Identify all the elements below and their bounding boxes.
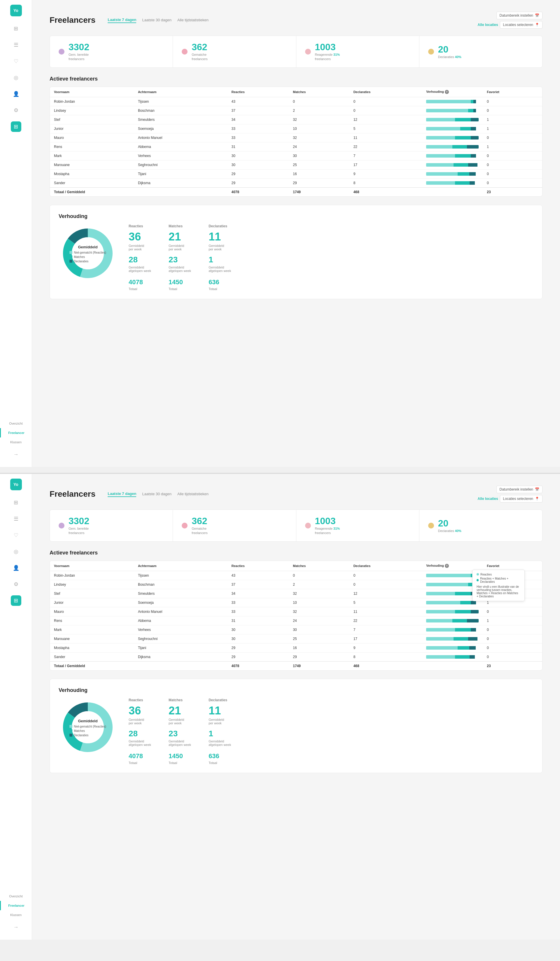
logo[interactable]: Yo (10, 5, 22, 16)
cell-voornaam: Mostapha (50, 643, 134, 652)
sidebar-nav: Overzicht Freelancer Klussen (0, 419, 32, 447)
filter-tab-all-2[interactable]: Alle tijdstatistieken (177, 492, 209, 497)
cell-declaraties: 9 (350, 643, 422, 652)
verhouding-title: Verhouding (59, 213, 533, 219)
table-row[interactable]: Robin-Jordan Tijssen 43 0 0 0 (50, 571, 542, 580)
stat-number-3: 1003 (315, 42, 340, 53)
stat-big-matches: 21 (168, 231, 191, 242)
sidebar-icon-settings-2[interactable]: ⚙ (11, 579, 21, 590)
stat-label-2-1: Gem. bereiktefreelancers (69, 527, 89, 535)
table-row[interactable]: Sander Dijksma 29 29 8 0 (50, 178, 542, 187)
total-favoriet: 23 (483, 187, 542, 196)
sidebar-icon-heart-2[interactable]: ♡ (11, 530, 21, 540)
sidebar-icon-circle-2[interactable]: ◎ (11, 546, 21, 557)
sidebar-logout-2[interactable]: → (13, 919, 19, 935)
stats-row: 3302 Gem. bereiktefreelancers 362 Gematc… (50, 35, 542, 68)
sidebar-logout[interactable]: → (13, 447, 19, 462)
sidebar-icon-user[interactable]: 👤 (11, 89, 21, 99)
total-declaraties-2: 468 (350, 661, 422, 670)
stat-dot-4 (428, 49, 434, 55)
cell-bar (422, 607, 483, 616)
sidebar-item-klussen-2[interactable]: Klussen (0, 910, 32, 919)
filter-tab-7days-2[interactable]: Laatste 7 dagen (108, 492, 136, 497)
filter-tab-7days[interactable]: Laatste 7 dagen (108, 18, 136, 23)
sidebar-icon-home[interactable]: ⊞ (11, 23, 21, 34)
stat-total-reacties-label-2: Totaal (128, 761, 151, 765)
legend-items-2: Niet-gematcht (Reacties) Matches Declara… (69, 725, 106, 737)
sidebar-icon-user-2[interactable]: 👤 (11, 562, 21, 573)
verhouding-help-icon[interactable]: ? (445, 90, 449, 94)
date-range-button[interactable]: Datumbereik instellen 📅 (496, 12, 542, 19)
sidebar-icon-settings[interactable]: ⚙ (11, 105, 21, 116)
verhouding-section: Verhouding Gemiddeld (50, 205, 542, 299)
sidebar-icon-list-2[interactable]: ☰ (11, 514, 21, 524)
cell-reacties: 33 (228, 133, 289, 142)
cell-bar (422, 133, 483, 142)
cell-favoriet: 0 (483, 625, 542, 634)
verhouding-help-icon-2[interactable]: ? (445, 564, 449, 568)
stat-total-declaraties: 636 (209, 279, 231, 285)
table-row[interactable]: Lindsey Boschman 37 2 0 0 (50, 106, 542, 115)
legend-item-2-1: Niet-gematcht (Reacties) (69, 725, 106, 728)
table-row[interactable]: Junior Soemoeja 33 10 5 1 (50, 124, 542, 133)
cell-achternaam: Soemoeja (134, 124, 228, 133)
sidebar-item-overzicht-2[interactable]: Overzicht (0, 892, 32, 901)
table-row[interactable]: Robin-Jordan Tijssen 43 0 0 0 (50, 97, 542, 106)
table-row[interactable]: Rens Abbema 31 24 22 1 (50, 616, 542, 625)
legend-dot-2-1 (69, 725, 72, 728)
location-button[interactable]: Locaties selecteren 📍 (500, 21, 542, 29)
sidebar-item-freelancer[interactable]: Freelancer (0, 428, 32, 437)
table-row[interactable]: Mauro Antonio Manuel 33 32 11 0 (50, 133, 542, 142)
filter-tab-30days-2[interactable]: Laatste 30 dagen (142, 492, 171, 497)
table-row[interactable]: Mostapha Tijani 29 16 9 0 (50, 169, 542, 178)
cell-bar (422, 634, 483, 643)
logo-2[interactable]: Yo (10, 479, 22, 490)
table-row[interactable]: Mostapha Tijani 29 16 9 0 (50, 643, 542, 652)
table-row[interactable]: Stef Smeulders 34 32 12 1 (50, 589, 542, 598)
page-title-2: Freelancers (50, 489, 95, 499)
sidebar-icon-dashboard[interactable]: ⊞ (11, 121, 21, 132)
table-row[interactable]: Rens Abbema 31 24 22 1 (50, 142, 542, 151)
table-row[interactable]: Junior Soemoeja 33 10 5 1 (50, 598, 542, 607)
stats-row-2: 3302 Gem. bereiktefreelancers 362 Gematc… (50, 509, 542, 542)
table-row[interactable]: Mauro Antonio Manuel 33 32 11 0 (50, 607, 542, 616)
sidebar-icon-home-2[interactable]: ⊞ (11, 497, 21, 508)
sidebar-2: Yo ⊞ ☰ ♡ ◎ 👤 ⚙ ⊞ Overzicht Freelancer Kl… (0, 474, 32, 940)
cell-favoriet: 0 (483, 106, 542, 115)
cell-matches: 30 (289, 625, 349, 634)
cell-declaraties: 7 (350, 625, 422, 634)
sidebar-icon-circle[interactable]: ◎ (11, 72, 21, 83)
sidebar-item-overzicht[interactable]: Overzicht (0, 419, 32, 428)
stat-col-matches-title: Matches (168, 224, 191, 228)
sidebar: Yo ⊞ ☰ ♡ ◎ 👤 ⚙ ⊞ Overzicht Freelancer Kl… (0, 0, 32, 467)
table-row[interactable]: Lindsey Boschman 37 2 0 0 (50, 580, 542, 589)
table-row[interactable]: Mark Verhees 30 30 7 0 (50, 625, 542, 634)
cell-matches: 2 (289, 106, 349, 115)
cell-matches: 32 (289, 607, 349, 616)
cell-matches: 10 (289, 598, 349, 607)
stat-mid-declaraties-2: 1 (209, 730, 231, 738)
sidebar-item-freelancer-2[interactable]: Freelancer (0, 901, 32, 910)
stat-col-reacties-2: Reacties 36 Gemiddeldper week 28 Gemidde… (128, 698, 151, 765)
table-row[interactable]: Mark Verhees 30 30 7 0 (50, 151, 542, 160)
total-declaraties: 468 (350, 187, 422, 196)
table-row[interactable]: Marouane Seghrouchni 30 25 17 0 (50, 634, 542, 643)
sidebar-item-klussen[interactable]: Klussen (0, 437, 32, 447)
filter-tab-all[interactable]: Alle tijdstatistieken (177, 18, 209, 23)
cell-reacties: 37 (228, 580, 289, 589)
table-row[interactable]: Sander Dijksma 29 29 8 0 (50, 652, 542, 661)
filter-tab-30days[interactable]: Laatste 30 dagen (142, 18, 171, 23)
sidebar-icon-heart[interactable]: ♡ (11, 56, 21, 66)
cell-achternaam: Tijssen (134, 97, 228, 106)
table-row[interactable]: Stef Smeulders 34 32 12 1 (50, 115, 542, 124)
cell-reacties: 30 (228, 625, 289, 634)
cell-declaraties: 8 (350, 652, 422, 661)
table-row[interactable]: Marouane Seghrouchni 30 25 17 0 (50, 160, 542, 169)
sidebar-icon-list[interactable]: ☰ (11, 40, 21, 50)
cell-reacties: 29 (228, 643, 289, 652)
sidebar-icon-dashboard-2[interactable]: ⊞ (11, 595, 21, 606)
cell-matches: 32 (289, 133, 349, 142)
stat-info-2-2: 362 Gematchefreelancers (192, 516, 207, 535)
location-button-2[interactable]: Locaties selecteren 📍 (500, 495, 542, 503)
date-range-button-2[interactable]: Datumbereik instellen 📅 (496, 485, 542, 493)
